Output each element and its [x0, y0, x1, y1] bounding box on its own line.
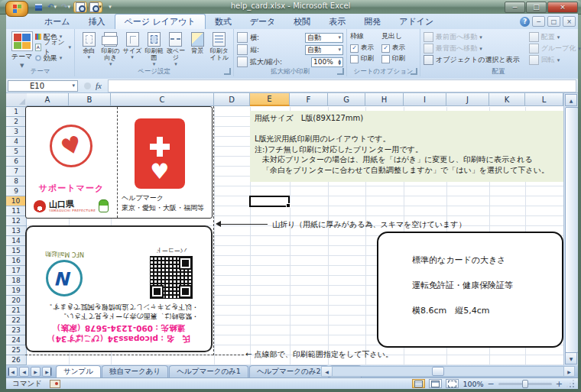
column-header[interactable]: K: [489, 93, 525, 106]
workbook-close-button[interactable]: ×: [563, 16, 576, 27]
zoom-out-button[interactable]: −: [488, 380, 495, 388]
column-header[interactable]: L: [525, 93, 563, 106]
row-header[interactable]: 20: [6, 296, 27, 306]
undo-button[interactable]: ↶▾: [46, 2, 58, 12]
help-icon[interactable]: ?: [520, 17, 530, 27]
headings-print-checkbox[interactable]: 印刷: [381, 53, 413, 64]
rotate-button[interactable]: 回転▾: [529, 54, 581, 66]
minimize-button[interactable]: −: [505, 2, 525, 13]
workbook-restore-button[interactable]: □: [547, 16, 560, 27]
row-header[interactable]: 23: [6, 326, 27, 335]
column-header[interactable]: G: [328, 93, 365, 106]
print-area-button[interactable]: 印刷範囲▾: [143, 31, 164, 68]
row-header[interactable]: 7: [6, 167, 27, 177]
scale-height-select[interactable]: 自動▾: [305, 45, 343, 55]
save-button[interactable]: [32, 2, 44, 12]
last-sheet-button[interactable]: ▶: [42, 367, 52, 377]
row-header[interactable]: 26: [6, 355, 27, 365]
sheet-tab[interactable]: ヘルプマークのみ1: [169, 365, 248, 377]
column-header[interactable]: I: [404, 93, 446, 106]
page-layout-view-button[interactable]: [429, 379, 442, 388]
send-to-back-button[interactable]: 最背面へ移動▾: [424, 43, 520, 54]
column-header-selected[interactable]: E: [250, 93, 290, 106]
headings-view-checkbox[interactable]: ✓表示: [381, 43, 413, 53]
theme-fonts-button[interactable]: Aフォント▾: [35, 42, 71, 53]
gridlines-print-checkbox[interactable]: 印刷: [350, 53, 381, 64]
orientation-button[interactable]: 印刷の向き▾: [99, 31, 121, 68]
row-header[interactable]: 24: [6, 335, 27, 345]
zoom-slider-thumb[interactable]: [522, 380, 528, 388]
align-button[interactable]: 配置▾: [529, 31, 581, 43]
horizontal-scrollbar[interactable]: ◀ ▶: [321, 366, 575, 377]
sheet-options-dialog-launcher[interactable]: [411, 68, 417, 75]
row-header[interactable]: 22: [6, 316, 27, 326]
ribbon-tab[interactable]: ホーム: [35, 14, 80, 29]
selected-cell-e10[interactable]: [249, 196, 290, 207]
row-header[interactable]: 4: [6, 137, 27, 147]
scale-width-select[interactable]: 自動▾: [305, 33, 343, 43]
themes-button[interactable]: テーマ▼: [9, 31, 35, 69]
ribbon-tab[interactable]: 開発: [355, 14, 390, 29]
ribbon-tab[interactable]: ページ レイアウト: [115, 14, 206, 29]
row-header[interactable]: 19: [6, 286, 27, 296]
zoom-in-button[interactable]: +: [556, 380, 563, 388]
office-button[interactable]: [5, 1, 28, 17]
formula-input[interactable]: [108, 79, 576, 92]
vertical-scrollbar[interactable]: ▲ ▼: [563, 93, 578, 365]
sheet-tab[interactable]: ヘルプマークのみ2: [249, 365, 329, 377]
gridlines-view-checkbox[interactable]: ✓表示: [350, 43, 381, 53]
breaks-button[interactable]: 改ページ▾: [165, 31, 187, 68]
card-back-shape[interactable]: 氏 名：picopass34（ぴこぱす34） 連絡先：090-1234-5678…: [25, 225, 213, 352]
row-header[interactable]: 13: [6, 226, 27, 236]
row-header[interactable]: 1: [6, 107, 27, 117]
restore-button[interactable]: □: [526, 2, 547, 13]
scroll-right-button[interactable]: ▶: [563, 367, 574, 376]
redo-button[interactable]: ↷▾: [60, 2, 72, 12]
macro-record-icon[interactable]: [50, 380, 60, 388]
theme-effects-button[interactable]: 効果▾: [35, 53, 71, 63]
selection-pane-button[interactable]: オブジェクトの選択と表示: [424, 54, 520, 66]
print-titles-button[interactable]: 印刷タイトル: [209, 31, 230, 68]
zoom-level[interactable]: 100%: [463, 380, 483, 388]
scroll-down-button[interactable]: ▼: [565, 352, 577, 364]
ribbon-tab[interactable]: 校閲: [284, 14, 320, 29]
column-header[interactable]: F: [290, 93, 328, 106]
normal-view-button[interactable]: [412, 379, 425, 388]
row-header[interactable]: 16: [6, 256, 27, 266]
vertical-scroll-thumb[interactable]: [565, 107, 578, 353]
row-header[interactable]: 6: [6, 157, 27, 167]
column-header[interactable]: A: [27, 93, 69, 106]
sheet-tab[interactable]: サンプル: [56, 365, 101, 377]
row-header[interactable]: 2: [6, 117, 27, 127]
scroll-up-button[interactable]: ▲: [565, 94, 577, 106]
ribbon-tab[interactable]: アドイン: [390, 14, 443, 29]
row-header[interactable]: 18: [6, 276, 27, 286]
size-button[interactable]: サイズ▾: [122, 31, 143, 68]
row-header[interactable]: 8: [6, 177, 27, 186]
card-front-shape[interactable]: ♥ サポートマーク 山口県 YAMAGUCHI PREFECTURE ♥ ヘルプ…: [25, 106, 213, 219]
resize-grip[interactable]: [566, 380, 575, 388]
zoom-slider[interactable]: [498, 383, 552, 385]
select-all-corner[interactable]: [6, 93, 28, 107]
row-header[interactable]: 17: [6, 266, 27, 276]
name-box[interactable]: E10▾: [8, 80, 78, 92]
group-button[interactable]: グループ化▾: [529, 43, 581, 54]
row-header[interactable]: 14: [6, 236, 27, 246]
column-header[interactable]: H: [365, 93, 404, 106]
row-header[interactable]: 15: [6, 246, 27, 256]
sheet-tab[interactable]: 独自マークあり: [102, 365, 168, 377]
print-preview-button[interactable]: [73, 2, 87, 13]
row-header[interactable]: 10: [6, 196, 27, 206]
row-header[interactable]: 3: [6, 127, 27, 137]
horizontal-scroll-thumb[interactable]: [432, 367, 444, 376]
ribbon-tab[interactable]: 挿入: [80, 14, 115, 29]
row-header[interactable]: 11: [6, 206, 27, 216]
background-button[interactable]: 背景: [187, 31, 208, 68]
first-sheet-button[interactable]: ◀: [8, 367, 18, 377]
row-header[interactable]: 5: [6, 147, 27, 157]
column-header[interactable]: J: [446, 93, 489, 106]
column-header[interactable]: D: [214, 93, 250, 106]
prev-sheet-button[interactable]: ◀: [19, 367, 29, 377]
ribbon-tab[interactable]: データ: [241, 14, 285, 29]
scale-to-fit-dialog-launcher[interactable]: [337, 68, 344, 75]
